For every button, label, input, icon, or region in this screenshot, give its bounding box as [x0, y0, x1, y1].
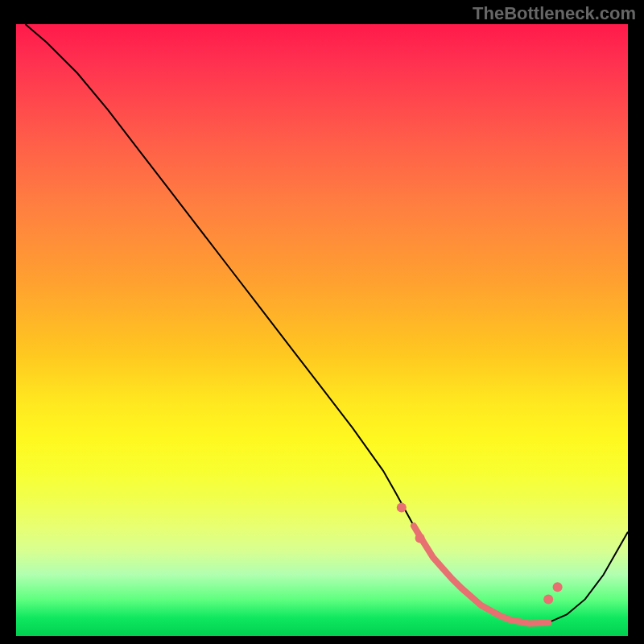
optimal-region-marker: [414, 526, 548, 623]
marker-dot: [553, 582, 563, 592]
bottleneck-curve: [25, 24, 628, 624]
chart-svg: [16, 24, 628, 636]
marker-dot: [397, 502, 407, 512]
marker-dot: [543, 594, 553, 604]
marker-dot: [415, 533, 425, 543]
plot-area: [16, 24, 628, 636]
marker-dots: [397, 502, 563, 604]
watermark-text: TheBottleneck.com: [473, 3, 636, 24]
